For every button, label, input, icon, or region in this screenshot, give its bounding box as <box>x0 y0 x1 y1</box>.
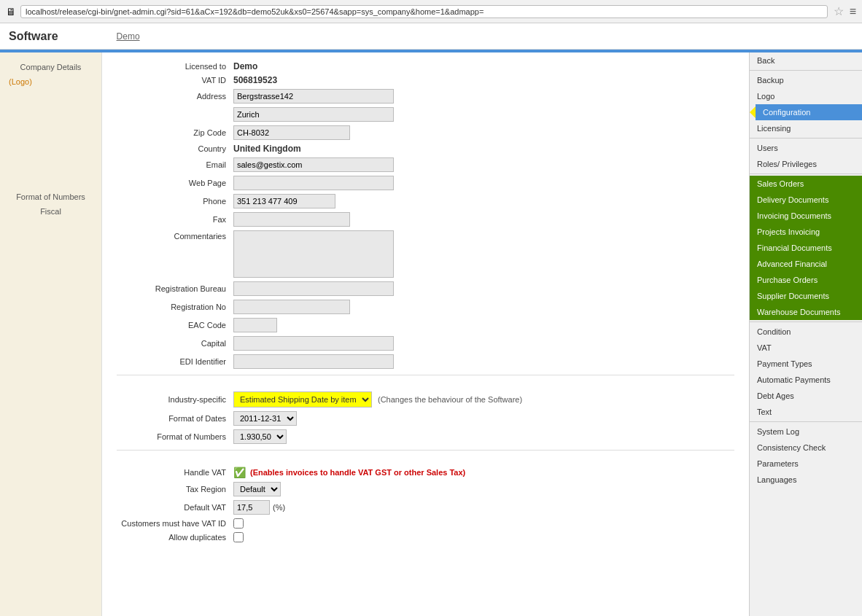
demo-link[interactable]: Demo <box>117 31 140 42</box>
input-address-line2[interactable] <box>233 107 394 122</box>
row-default-vat: Default VAT (%) <box>117 500 734 515</box>
nav-btn-users[interactable]: Users <box>750 140 862 156</box>
nav-btn-warehouse-docs[interactable]: Warehouse Documents <box>750 304 862 320</box>
input-webpage[interactable] <box>233 176 394 190</box>
label-country: Country <box>117 144 233 153</box>
input-eac[interactable] <box>233 318 277 332</box>
label-industry: Industry-specific <box>117 395 233 404</box>
row-address-2 <box>117 107 734 122</box>
nav-btn-financial-docs[interactable]: Financial Documents <box>750 240 862 256</box>
input-email[interactable] <box>233 157 394 172</box>
row-email: Email <box>117 157 734 172</box>
select-tax-region[interactable]: Default <box>233 482 281 496</box>
input-zip[interactable] <box>233 125 350 140</box>
label-handle-vat: Handle VAT <box>117 468 233 477</box>
nav-btn-sales-orders[interactable]: Sales Orders <box>750 176 862 192</box>
nav-btn-payment-types[interactable]: Payment Types <box>750 356 862 372</box>
nav-btn-languages[interactable]: Languages <box>750 472 862 488</box>
row-commentaries: Commentaries <box>117 230 734 278</box>
row-country: Country United Kingdom <box>117 144 734 154</box>
label-email: Email <box>117 160 233 169</box>
select-industry[interactable]: Estimated Shipping Date by item <box>233 391 372 408</box>
row-fax: Fax <box>117 212 734 227</box>
input-phone[interactable] <box>233 194 335 208</box>
nav-btn-advanced-financial[interactable]: Advanced Financial <box>750 256 862 272</box>
nav-btn-configuration[interactable]: Configuration <box>756 104 862 120</box>
nav-separator-4 <box>750 321 862 322</box>
input-capital[interactable] <box>233 336 394 351</box>
input-default-vat[interactable] <box>233 500 270 515</box>
nav-btn-text[interactable]: Text <box>750 404 862 420</box>
label-reg-no: Registration No <box>117 303 233 311</box>
label-capital: Capital <box>117 339 233 348</box>
label-address: Address <box>117 92 233 101</box>
nav-separator-2 <box>750 138 862 139</box>
main-layout: Company Details (Logo) Format of Numbers… <box>0 52 862 616</box>
nav-btn-logo[interactable]: Logo <box>750 88 862 104</box>
row-handle-vat: Handle VAT ✅ (Enables invoices to handle… <box>117 467 734 478</box>
row-customers-vat: Customers must have VAT ID <box>117 518 734 529</box>
url-bar[interactable]: localhost/release/cgi-bin/gnet-admin.cgi… <box>20 5 828 18</box>
input-reg-no[interactable] <box>233 300 350 314</box>
row-zip: Zip Code <box>117 125 734 140</box>
main-content: Licensed to Demo VAT ID 506819523 Addres… <box>102 52 749 616</box>
label-allow-dup: Allow duplicates <box>117 533 233 542</box>
value-vat-id: 506819523 <box>233 75 277 85</box>
label-commentaries: Commentaries <box>117 230 233 241</box>
input-commentaries[interactable] <box>233 230 394 278</box>
nav-separator-3 <box>750 174 862 174</box>
section-fiscal-header <box>117 450 734 467</box>
nav-btn-condition[interactable]: Condition <box>750 324 862 340</box>
nav-btn-licensing[interactable]: Licensing <box>750 120 862 136</box>
label-fax: Fax <box>117 215 233 224</box>
app-title: Software <box>9 30 58 43</box>
row-address-1: Address <box>117 89 734 104</box>
logo-box: (Logo) <box>3 76 98 185</box>
nav-btn-delivery-docs[interactable]: Delivery Documents <box>750 192 862 208</box>
section-format-numbers: Format of Numbers <box>0 188 101 203</box>
select-format-dates[interactable]: 2011-12-31 <box>233 411 297 426</box>
row-format-numbers: Format of Numbers 1.930,50 <box>117 429 734 444</box>
value-country: United Kingdom <box>233 144 301 154</box>
label-customers-vat: Customers must have VAT ID <box>117 519 233 528</box>
side-link-logo[interactable]: (Logo) <box>3 76 98 87</box>
input-reg-bureau[interactable] <box>233 281 394 296</box>
nav-btn-system-log[interactable]: System Log <box>750 424 862 440</box>
row-allow-dup: Allow duplicates <box>117 532 734 542</box>
checkbox-allow-dup[interactable] <box>233 532 244 542</box>
label-default-vat: Default VAT <box>117 503 233 512</box>
row-vat-id: VAT ID 506819523 <box>117 75 734 85</box>
row-reg-bureau: Registration Bureau <box>117 281 734 296</box>
menu-icon[interactable]: ≡ <box>850 5 856 18</box>
input-fax[interactable] <box>233 212 350 227</box>
nav-separator-5 <box>750 421 862 422</box>
select-format-numbers[interactable]: 1.930,50 <box>233 429 287 444</box>
row-tax-region: Tax Region Default <box>117 482 734 496</box>
label-phone: Phone <box>117 197 233 206</box>
nav-btn-roles[interactable]: Roles/ Privileges <box>750 156 862 172</box>
label-tax-region: Tax Region <box>117 485 233 494</box>
nav-btn-backup[interactable]: Backup <box>750 72 862 88</box>
nav-btn-automatic-payments[interactable]: Automatic Payments <box>750 372 862 388</box>
nav-btn-consistency-check[interactable]: Consistency Check <box>750 440 862 456</box>
input-edi[interactable] <box>233 354 394 369</box>
row-edi: EDI Identifier <box>117 354 734 369</box>
label-edi: EDI Identifier <box>117 357 233 366</box>
nav-btn-debt-ages[interactable]: Debt Ages <box>750 388 862 404</box>
vat-note: (Enables invoices to handle VAT GST or o… <box>250 468 465 477</box>
nav-btn-supplier-docs[interactable]: Supplier Documents <box>750 288 862 304</box>
input-address-line1[interactable] <box>233 89 394 104</box>
nav-btn-purchase-orders[interactable]: Purchase Orders <box>750 272 862 288</box>
nav-btn-vat[interactable]: VAT <box>750 340 862 356</box>
left-sidebar: Company Details (Logo) Format of Numbers… <box>0 52 102 616</box>
section-format-header <box>117 375 734 391</box>
checkbox-customers-vat[interactable] <box>233 518 244 529</box>
bookmark-icon[interactable]: ☆ <box>834 4 844 18</box>
row-capital: Capital <box>117 336 734 351</box>
nav-btn-projects-invoicing[interactable]: Projects Invoicing <box>750 224 862 240</box>
nav-btn-invoicing-docs[interactable]: Invoicing Documents <box>750 208 862 224</box>
nav-btn-parameters[interactable]: Parameters <box>750 456 862 472</box>
nav-btn-back[interactable]: Back <box>750 52 862 69</box>
row-industry: Industry-specific Estimated Shipping Dat… <box>117 391 734 408</box>
vat-check-icon: ✅ <box>233 467 246 478</box>
